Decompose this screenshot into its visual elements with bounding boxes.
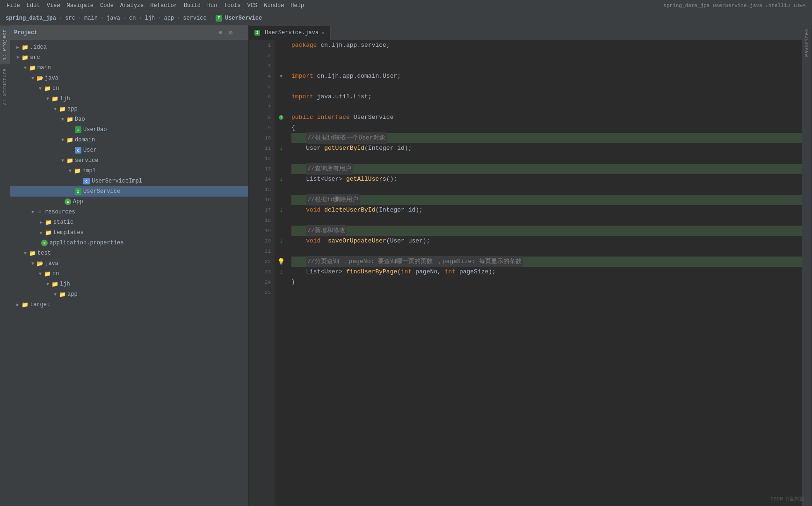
gutter-22[interactable]: 💡	[275, 257, 288, 267]
gutter-16	[275, 195, 288, 205]
code-line-7	[291, 102, 802, 112]
tree-impl-label: impl	[82, 168, 96, 174]
no-arrow-us	[71, 188, 75, 195]
code-line-25	[291, 287, 802, 298]
menu-window[interactable]: Window	[261, 1, 287, 10]
tab-close-btn[interactable]: ✕	[321, 30, 325, 36]
tree-target[interactable]: ▶ 📁 target	[10, 300, 248, 310]
gear-icon[interactable]: ⚙	[227, 29, 234, 37]
tree-idea[interactable]: ▶ 📁 .idea	[10, 42, 248, 52]
code-line-20: void saveOrUpdateUser(User user);	[291, 236, 802, 246]
tree-domain[interactable]: ▼ 📁 domain	[10, 135, 248, 145]
tree-ljh[interactable]: ▼ 📁 ljh	[10, 94, 248, 104]
breadcrumb-ljh[interactable]: ljh	[145, 15, 155, 22]
gutter-column: ▼ I ↓ ↓	[275, 40, 288, 506]
tree-test-java[interactable]: ▼ 📂 java	[10, 258, 248, 269]
tree-service[interactable]: ▼ 📁 service	[10, 155, 248, 166]
gutter-8[interactable]: I	[275, 112, 288, 123]
gutter-2	[275, 51, 288, 61]
menu-navigate[interactable]: Navigate	[64, 1, 96, 10]
tree-test-ljh[interactable]: ▼ 📁 ljh	[10, 279, 248, 289]
ln-22: 22	[249, 257, 275, 267]
folder-java-icon: 📂	[36, 75, 43, 81]
gutter-23[interactable]: ↓	[275, 267, 288, 277]
menu-build[interactable]: Build	[181, 1, 203, 10]
tab-project[interactable]: 1: Project	[0, 25, 10, 64]
tree-app[interactable]: ▼ 📁 app	[10, 104, 248, 114]
gutter-4: ▼	[275, 71, 288, 81]
breadcrumb-project[interactable]: spring_data_jpa	[6, 15, 56, 22]
menu-help[interactable]: Help	[288, 1, 307, 10]
tree-resources[interactable]: ▼ ≡ resources	[10, 207, 248, 217]
tree-src[interactable]: ▼ 📁 src	[10, 52, 248, 63]
menu-refactor[interactable]: Refactor	[147, 1, 180, 10]
gutter-11[interactable]: ↓	[275, 143, 288, 154]
arrow-down-17: ↓	[279, 207, 283, 213]
app-icon: A	[65, 198, 71, 205]
gutter-14[interactable]: ↓	[275, 174, 288, 184]
tree-target-label: target	[30, 301, 50, 308]
menu-edit[interactable]: Edit	[24, 1, 43, 10]
tree-templates[interactable]: ▶ 📁 templates	[10, 227, 248, 238]
tree-impl[interactable]: ▼ 📁 impl	[10, 166, 248, 176]
menu-run[interactable]: Run	[204, 1, 220, 10]
menu-analyze[interactable]: Analyze	[117, 1, 146, 10]
code-line-16: //根据id删除用户	[291, 195, 802, 205]
breadcrumb-java[interactable]: java	[107, 15, 120, 22]
arrow-test-ljh: ▼	[44, 280, 51, 288]
menu-file[interactable]: File	[4, 1, 23, 10]
tab-structure[interactable]: Z: Structure	[0, 64, 10, 109]
menu-tools[interactable]: Tools	[221, 1, 244, 10]
gutter-17[interactable]: ↓	[275, 205, 288, 215]
editor-tab-userservice[interactable]: I UserService.java ✕	[249, 26, 331, 40]
menu-view[interactable]: View	[44, 1, 63, 10]
tree-test-app[interactable]: ▼ 📁 app	[10, 289, 248, 300]
arrow-test-cn: ▼	[36, 270, 44, 278]
code-line-22: //分页查询 ，pageNo: 要查询哪一页的页数 ，pageSize: 每页显…	[291, 257, 802, 267]
tree-java[interactable]: ▼ 📂 java	[10, 73, 248, 83]
project-tree[interactable]: ▶ 📁 .idea ▼ 📁 src ▼ 📁 main ▼	[10, 40, 248, 506]
tree-cn[interactable]: ▼ 📁 cn	[10, 83, 248, 94]
tree-test-cn[interactable]: ▼ 📁 cn	[10, 269, 248, 279]
tree-main[interactable]: ▼ 📁 main	[10, 63, 248, 73]
folder-main-icon: 📁	[29, 65, 36, 71]
code-line-11: User getUserById(Integer id);	[291, 143, 802, 154]
tree-dao-label: Dao	[75, 116, 85, 123]
tree-userserviceimpl[interactable]: C UserServiceImpl	[10, 176, 248, 186]
target-icon[interactable]: ⊕	[217, 29, 224, 37]
line-numbers: 1 2 3 4 5 6 7 8 9 10 11 12 13 14 15 16 1…	[249, 40, 275, 506]
tree-user[interactable]: C User	[10, 145, 248, 155]
no-arrow-appclass	[61, 198, 65, 205]
code-line-5	[291, 81, 802, 92]
folder-domain-icon: 📁	[66, 137, 73, 143]
breadcrumb-src[interactable]: src	[65, 15, 75, 22]
breadcrumb-userservice[interactable]: UserService	[225, 15, 262, 22]
breadcrumb-main[interactable]: main	[84, 15, 98, 22]
menu-vcs[interactable]: VCS	[245, 1, 261, 10]
gutter-20[interactable]: ↓	[275, 236, 288, 246]
tree-userservice[interactable]: I UserService	[10, 186, 248, 197]
menubar: File Edit View Navigate Code Analyze Ref…	[0, 0, 812, 11]
ln-4: 4	[249, 71, 275, 81]
code-content[interactable]: package cn.ljh.app.service; import cn.lj…	[288, 40, 802, 506]
menu-code[interactable]: Code	[97, 1, 116, 10]
main-area: 1: Project Z: Structure Project ⊕ ⚙ — ▶ …	[0, 25, 812, 506]
tree-static[interactable]: ▶ 📁 static	[10, 217, 248, 227]
tree-app-class[interactable]: A App	[10, 197, 248, 207]
code-line-9: {	[291, 123, 802, 133]
tree-application-props[interactable]: ⚙ application.properties	[10, 238, 248, 248]
breadcrumb-app[interactable]: app	[164, 15, 174, 22]
ln-1: 1	[249, 40, 275, 51]
tree-cn-label: cn	[52, 85, 59, 92]
breadcrumb-cn[interactable]: cn	[129, 15, 136, 22]
tree-userdao[interactable]: I UserDao	[10, 125, 248, 135]
tree-dao[interactable]: ▼ 📁 Dao	[10, 114, 248, 125]
impl-gutter-icon: I	[279, 115, 283, 120]
tree-app-class-label: App	[73, 198, 83, 205]
code-editor[interactable]: 1 2 3 4 5 6 7 8 9 10 11 12 13 14 15 16 1…	[249, 40, 802, 506]
tree-test[interactable]: ▼ 📁 test	[10, 248, 248, 258]
breadcrumb: spring_data_jpa › src › main › java › cn…	[0, 11, 812, 25]
arrow-dao: ▼	[59, 116, 66, 123]
breadcrumb-service[interactable]: service	[183, 15, 206, 22]
minimize-icon[interactable]: —	[237, 29, 245, 37]
